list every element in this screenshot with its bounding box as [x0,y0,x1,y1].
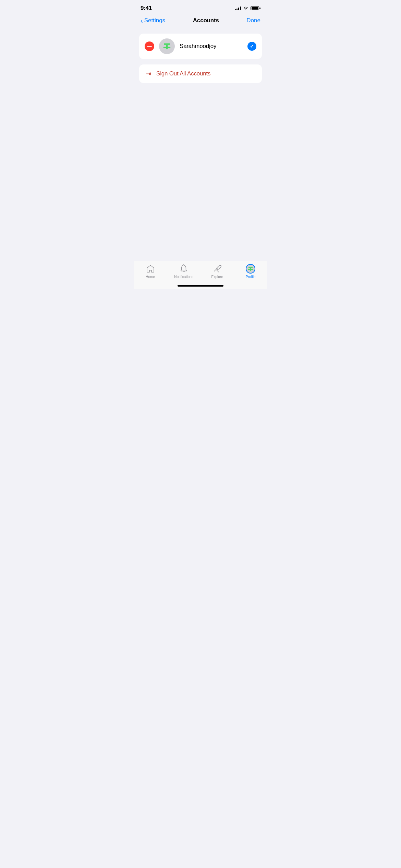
content-area: Sarahmoodjoy ✓ ⇥ Sign Out All Accounts [134,28,267,83]
selected-indicator: ✓ [247,42,256,51]
tab-notifications[interactable]: Notifications [167,264,201,279]
signout-icon: ⇥ [145,70,152,77]
page-title: Accounts [193,17,219,24]
minus-icon [147,46,152,47]
profile-avatar [246,264,255,274]
status-icons [235,6,260,10]
account-logo-icon [161,40,173,52]
avatar [159,38,175,54]
svg-rect-1 [164,44,170,45]
status-time: 9:41 [141,5,152,12]
tab-home-label: Home [146,275,155,279]
signout-card: ⇥ Sign Out All Accounts [139,64,262,83]
telescope-icon [212,264,222,274]
signal-icon [235,6,241,10]
back-button[interactable]: ‹ Settings [141,17,165,24]
svg-rect-2 [166,45,168,49]
svg-rect-10 [248,267,253,268]
done-button[interactable]: Done [246,17,260,24]
bell-icon [179,264,189,274]
back-label: Settings [144,17,165,24]
tab-profile-label: Profile [246,275,256,279]
back-chevron-icon: ‹ [141,17,143,24]
signout-button[interactable]: ⇥ Sign Out All Accounts [145,64,256,83]
signout-label: Sign Out All Accounts [156,70,210,77]
home-icon [146,264,155,274]
delete-account-button[interactable] [145,41,154,51]
tab-home[interactable]: Home [134,264,167,279]
tab-notifications-label: Notifications [174,275,193,279]
account-row: Sarahmoodjoy ✓ [145,34,256,59]
checkmark-icon: ✓ [250,44,254,49]
svg-rect-11 [250,268,251,271]
account-username: Sarahmoodjoy [180,43,243,50]
svg-line-7 [217,270,219,273]
wifi-icon [243,6,248,10]
svg-rect-3 [163,47,167,48]
svg-rect-4 [168,47,171,48]
account-card: Sarahmoodjoy ✓ [139,34,262,59]
battery-icon [251,6,260,10]
svg-rect-12 [248,269,250,270]
profile-avatar-icon [246,264,255,274]
home-indicator [178,285,223,287]
svg-rect-13 [251,269,253,270]
profile-logo-icon [247,265,254,272]
tab-explore[interactable]: Explore [200,264,234,279]
tab-explore-label: Explore [211,275,223,279]
status-bar: 9:41 [134,0,267,14]
nav-bar: ‹ Settings Accounts Done [134,14,267,28]
tab-profile[interactable]: Profile [234,264,268,279]
